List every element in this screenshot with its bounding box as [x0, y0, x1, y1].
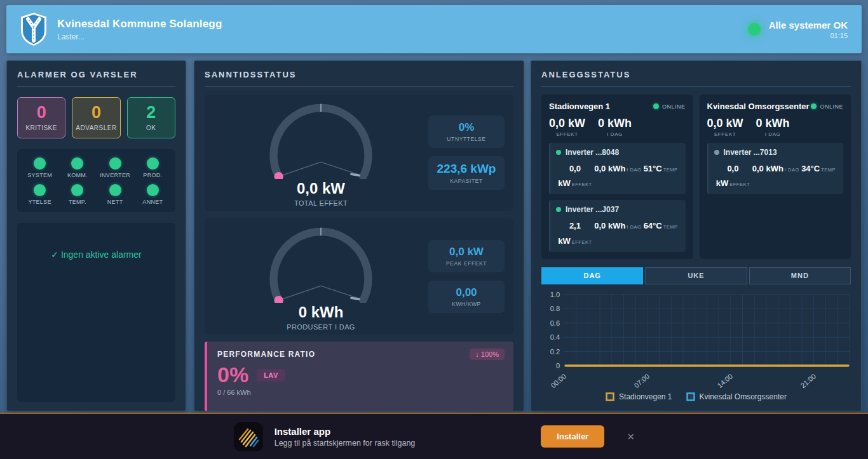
kwh-per-kwp-stat: 0,00 KWH/KWP [428, 281, 505, 313]
chart-legend: Stadionvegen 1 Kvinesdal Omsorgssenter [541, 392, 851, 401]
performance-detail: 0 / 66 kWh [217, 389, 503, 396]
y-tick: 0.6 [550, 319, 560, 327]
install-banner-subtitle: Legg til på startskjermen for rask tilga… [275, 439, 416, 448]
green-dot-icon [109, 157, 121, 170]
status-indicator-grid: SYSTEM KOMM. INVERTER PROD. YTELSE TEMP.… [17, 149, 175, 212]
site-card-omsorgssenter: Kvinesdal Omsorgssenter ONLINE 0,0 kW EF… [700, 95, 851, 259]
install-banner-title: Installer app [275, 426, 416, 437]
inverter-energy: 0,0 kWh [752, 164, 783, 173]
tab-mnd[interactable]: MND [749, 267, 851, 284]
y-tick: 0 [556, 362, 560, 369]
peak-power-value: 0,0 kW [431, 246, 501, 258]
kwh-per-kwp-label: KWH/KWP [431, 301, 501, 307]
green-dot-icon [71, 157, 83, 170]
close-icon[interactable]: × [627, 430, 634, 444]
inverter-energy-label: I DAG [627, 224, 641, 230]
counter-warnings-label: ADVARSLER [75, 124, 117, 131]
legend-stadionvegen[interactable]: Stadionvegen 1 [606, 392, 672, 401]
green-dot-icon [147, 184, 159, 196]
install-app-banner: Installer app Legg til på startskjermen … [0, 413, 868, 459]
capacity-value: 223,6 kWp [431, 162, 501, 176]
counter-ok: 2 OK [127, 97, 175, 138]
inverter-name: Inverter ...J037 [566, 205, 619, 214]
y-tick: 1.0 [550, 291, 560, 298]
inverter-online-dot-icon [556, 150, 561, 155]
site-power-value: 0,0 kW [549, 117, 585, 130]
counter-ok-value: 2 [130, 103, 172, 123]
daily-production-gauge-card: 0 kWh PRODUSERT I DAG 0,0 kW PEAK EFFEKT… [205, 218, 513, 335]
utilization-value: 0% [431, 121, 501, 134]
indicator-label: ANNET [134, 199, 172, 205]
performance-level-badge: LAV [257, 369, 285, 382]
total-power-label: TOTAL EFFEKT [294, 199, 348, 207]
inverter-temp-label: TEMP [821, 167, 836, 173]
inverter-row: Inverter ...J037 2,1 kWEFFEKT 0,0 kWhI D… [549, 200, 686, 251]
site-power-value: 0,0 kW [707, 117, 743, 130]
site-power-label: EFFEKT [707, 131, 743, 137]
site-name: Stadionvegen 1 [549, 102, 610, 111]
x-tick: 14:00 [715, 372, 734, 389]
peak-power-label: PEAK EFFEKT [431, 260, 501, 267]
site-status-label: ONLINE [820, 103, 843, 110]
inverter-energy: 0,0 kWh [594, 221, 625, 230]
gauge-icon [247, 223, 395, 303]
site-energy-value: 0 kWh [756, 117, 790, 130]
online-dot-icon [653, 103, 659, 109]
site-energy-value: 0 kWh [598, 117, 632, 130]
counter-warnings: 0 ADVARSLER [72, 97, 120, 138]
header-titles: Kvinesdal Kommune Solanlegg Laster... [57, 18, 222, 41]
green-dot-icon [147, 157, 159, 170]
inverter-temp-label: TEMP [663, 167, 678, 173]
green-dot-icon [109, 184, 121, 196]
tab-dag[interactable]: DAG [541, 267, 643, 284]
performance-ratio-title: PERFORMANCE RATIO [217, 350, 503, 359]
inverter-temp: 34°C [801, 164, 820, 173]
y-tick: 0.2 [550, 347, 560, 355]
indicator-label: YTELSE [21, 199, 58, 205]
counter-critical-label: KRITISKE [20, 124, 62, 131]
site-energy-label: I DAG [598, 131, 632, 137]
no-alarms-message: ✓ Ingen aktive alarmer [17, 249, 175, 260]
indicator-label: NETT [97, 199, 134, 205]
page-title: Kvinesdal Kommune Solanlegg [57, 18, 222, 30]
realtime-panel-title: SANNTIDSSTATUS [205, 70, 513, 87]
online-dot-icon [811, 103, 817, 109]
active-alarms-list: ✓ Ingen aktive alarmer [17, 223, 175, 402]
counter-warnings-value: 0 [75, 103, 117, 123]
total-power-gauge-card: 0,0 kW TOTAL EFFEKT 0% UTNYTTELSE 223,6 … [205, 95, 513, 211]
inverter-power-label: EFFEKT [572, 239, 592, 245]
y-tick: 0.8 [550, 305, 560, 312]
site-status-label: ONLINE [662, 103, 686, 110]
daily-production-value: 0 kWh [299, 303, 344, 321]
alarms-panel: ALARMER OG VARSLER 0 KRITISKE 0 ADVARSLE… [6, 60, 186, 411]
inverter-row: Inverter ...7013 0,0 kWEFFEKT 0,0 kWhI D… [707, 143, 844, 194]
inverter-online-dot-icon [556, 207, 561, 212]
tab-uke[interactable]: UKE [645, 267, 747, 284]
x-tick: 00:00 [549, 372, 567, 389]
indicator-inverter: INVERTER [97, 157, 134, 178]
install-button[interactable]: Installer [541, 425, 604, 448]
green-dot-icon [71, 184, 83, 196]
site-power-label: EFFEKT [549, 131, 585, 137]
capacity-label: KAPASITET [431, 178, 501, 184]
site-energy-label: I DAG [756, 131, 790, 137]
kommune-crest-icon [20, 12, 47, 46]
indicator-prod: PROD. [134, 157, 172, 178]
inverter-temp: 64°C [644, 221, 662, 230]
x-tick: 07:00 [632, 372, 651, 389]
legend-omsorgssenter[interactable]: Kvinesdal Omsorgssenter [686, 392, 787, 401]
page-subtitle: Laster... [57, 32, 222, 41]
inverter-energy-label: I DAG [627, 167, 641, 173]
indicator-ytelse: YTELSE [21, 184, 58, 205]
system-status-dot-icon [748, 23, 761, 36]
plant-status-panel: ANLEGGSSTATUS Stadionvegen 1 ONLINE 0,0 … [531, 60, 862, 411]
legend-swatch-icon [606, 392, 614, 401]
inverter-name: Inverter ...7013 [724, 148, 777, 157]
performance-trend-badge: ↓ 100% [470, 349, 505, 360]
counter-ok-label: OK [130, 124, 172, 131]
indicator-system: SYSTEM [21, 157, 58, 178]
green-dot-icon [34, 157, 46, 170]
capacity-stat: 223,6 kWp KAPASITET [428, 156, 505, 190]
indicator-label: KOMM. [58, 172, 96, 178]
total-power-value: 0,0 kW [297, 180, 345, 197]
